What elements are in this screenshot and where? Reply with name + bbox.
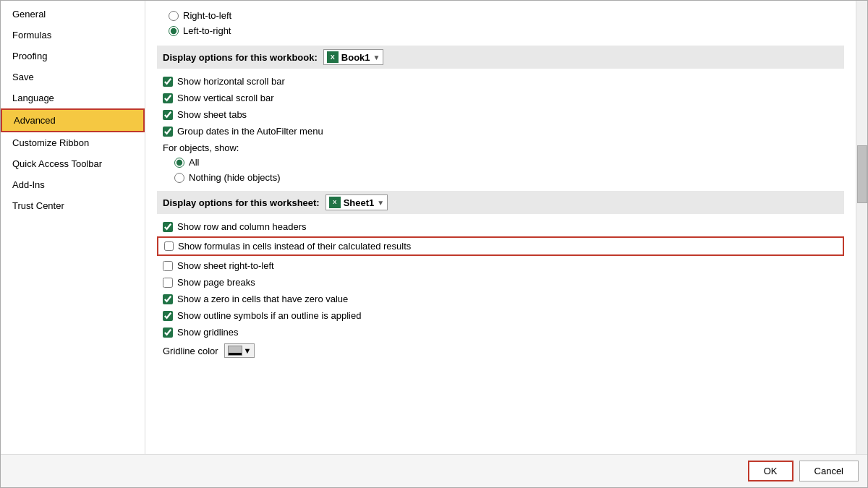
excel-options-dialog: General Formulas Proofing Save Language … (0, 0, 868, 488)
group-dates-row: Group dates in the AutoFilter menu (157, 123, 844, 140)
radio-left-to-right-row: Left-to-right (163, 23, 838, 38)
sidebar-item-proofing[interactable]: Proofing (1, 46, 145, 67)
show-page-breaks-label[interactable]: Show page breaks (177, 277, 255, 288)
direction-section: Right-to-left Left-to-right (157, 7, 844, 40)
group-dates-label[interactable]: Group dates in the AutoFilter menu (177, 126, 323, 137)
sidebar-item-save[interactable]: Save (1, 67, 145, 87)
show-page-breaks-checkbox[interactable] (163, 278, 173, 288)
radio-obj-nothing[interactable] (174, 173, 184, 183)
excel-sheet-icon: X (329, 197, 341, 208)
ok-button[interactable]: OK (748, 461, 793, 481)
dropdown-arrow: ▼ (373, 53, 380, 61)
show-sheet-tabs-checkbox[interactable] (163, 110, 173, 120)
show-outline-checkbox[interactable] (163, 311, 173, 321)
sidebar-item-advanced[interactable]: Advanced (1, 108, 145, 132)
color-dropdown-arrow-icon: ▼ (244, 346, 252, 355)
show-page-breaks-row: Show page breaks (157, 274, 844, 291)
excel-icon: X (327, 51, 339, 63)
show-outline-row: Show outline symbols if an outline is ap… (157, 307, 844, 324)
scrollbar[interactable] (856, 1, 867, 454)
gridline-color-label: Gridline color (163, 346, 218, 356)
show-gridlines-checkbox[interactable] (163, 328, 173, 338)
show-vscroll-label[interactable]: Show vertical scroll bar (177, 93, 274, 103)
sidebar-item-customize-ribbon[interactable]: Customize Ribbon (1, 132, 145, 153)
worksheet-section-header: Display options for this worksheet: X Sh… (157, 191, 844, 214)
show-hscroll-row: Show horizontal scroll bar (157, 73, 844, 90)
show-sheet-tabs-label[interactable]: Show sheet tabs (177, 109, 247, 120)
scrollbar-thumb[interactable] (857, 145, 867, 203)
worksheet-dropdown[interactable]: X Sheet1 ▼ (326, 194, 388, 210)
dialog-body: General Formulas Proofing Save Language … (1, 1, 867, 454)
group-dates-checkbox[interactable] (163, 127, 173, 137)
show-hscroll-label[interactable]: Show horizontal scroll bar (177, 76, 285, 87)
sidebar-item-add-ins[interactable]: Add-Ins (1, 174, 145, 195)
show-row-col-headers-row: Show row and column headers (157, 218, 844, 235)
radio-obj-nothing-label[interactable]: Nothing (hide objects) (189, 172, 280, 183)
main-content: Right-to-left Left-to-right Display opti… (145, 1, 856, 454)
radio-right-to-left-row: Right-to-left (163, 8, 838, 23)
sidebar-item-language[interactable]: Language (1, 87, 145, 108)
obj-nothing-row: Nothing (hide objects) (157, 170, 844, 185)
workbook-section-header: Display options for this workbook: X Boo… (157, 46, 844, 69)
radio-right-to-left[interactable] (169, 11, 179, 21)
show-sheet-rtl-checkbox[interactable] (163, 261, 173, 271)
sheet-name: Sheet1 (344, 197, 375, 208)
show-formulas-row: Show formulas in cells instead of their … (157, 236, 844, 256)
color-swatch (228, 346, 242, 356)
show-outline-label[interactable]: Show outline symbols if an outline is ap… (177, 310, 361, 321)
sidebar-item-trust-center[interactable]: Trust Center (1, 195, 145, 216)
obj-all-row: All (157, 155, 844, 170)
radio-left-to-right-label[interactable]: Left-to-right (183, 25, 231, 36)
workbook-dropdown[interactable]: X Book1 ▼ (323, 49, 384, 65)
gridline-color-button[interactable]: ▼ (224, 343, 255, 358)
show-gridlines-label[interactable]: Show gridlines (177, 327, 239, 338)
show-formulas-checkbox[interactable] (164, 241, 174, 251)
dialog-footer: OK Cancel (1, 454, 867, 487)
show-sheet-rtl-row: Show sheet right-to-left (157, 257, 844, 274)
show-sheet-tabs-row: Show sheet tabs (157, 106, 844, 123)
show-zero-row: Show a zero in cells that have zero valu… (157, 291, 844, 307)
radio-obj-all-label[interactable]: All (189, 157, 199, 168)
sidebar-item-general[interactable]: General (1, 4, 145, 25)
radio-right-to-left-label[interactable]: Right-to-left (183, 10, 231, 21)
sidebar: General Formulas Proofing Save Language … (1, 1, 145, 454)
show-vscroll-row: Show vertical scroll bar (157, 90, 844, 106)
sidebar-item-formulas[interactable]: Formulas (1, 25, 145, 46)
for-objects-label: For objects, show: (157, 140, 844, 155)
show-zero-label[interactable]: Show a zero in cells that have zero valu… (177, 294, 348, 304)
sidebar-item-quick-access-toolbar[interactable]: Quick Access Toolbar (1, 153, 145, 174)
show-gridlines-row: Show gridlines (157, 324, 844, 341)
show-zero-checkbox[interactable] (163, 294, 173, 304)
show-row-col-headers-checkbox[interactable] (163, 222, 173, 232)
show-hscroll-checkbox[interactable] (163, 77, 173, 87)
radio-obj-all[interactable] (174, 158, 184, 168)
cancel-button[interactable]: Cancel (799, 461, 859, 481)
show-sheet-rtl-label[interactable]: Show sheet right-to-left (177, 260, 274, 271)
sheet-dropdown-arrow: ▼ (377, 199, 384, 207)
radio-left-to-right[interactable] (169, 26, 179, 36)
workbook-name: Book1 (341, 52, 370, 63)
show-vscroll-checkbox[interactable] (163, 93, 173, 103)
gridline-color-row: Gridline color ▼ (157, 341, 844, 361)
show-row-col-headers-label[interactable]: Show row and column headers (177, 221, 307, 232)
show-formulas-label[interactable]: Show formulas in cells instead of their … (178, 241, 411, 252)
